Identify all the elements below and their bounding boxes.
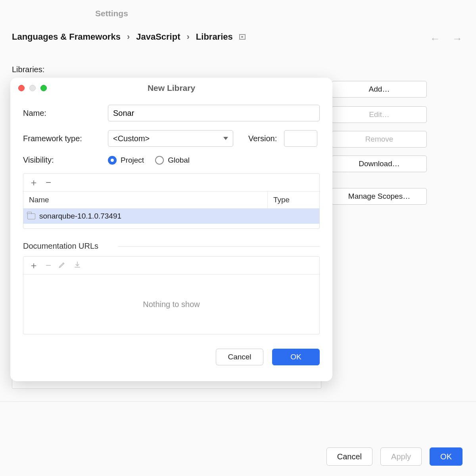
folder-icon bbox=[27, 213, 35, 219]
chevron-down-icon bbox=[223, 137, 228, 140]
name-label: Name: bbox=[23, 109, 101, 118]
column-type-header[interactable]: Type bbox=[268, 192, 319, 208]
settings-cancel-button[interactable]: Cancel bbox=[326, 447, 372, 466]
edit-button[interactable]: Edit… bbox=[332, 106, 427, 123]
forward-arrow-icon[interactable]: → bbox=[452, 33, 463, 45]
documentation-urls-panel: ＋ − Nothing to show bbox=[23, 256, 320, 334]
version-input[interactable] bbox=[284, 130, 317, 147]
table-row[interactable]: sonarqube-10.1.0.73491 bbox=[23, 209, 319, 224]
add-icon[interactable]: ＋ bbox=[29, 178, 38, 187]
visibility-project-radio[interactable]: Project bbox=[108, 156, 144, 165]
framework-type-select[interactable]: <Custom> bbox=[108, 130, 233, 147]
download-button[interactable]: Download… bbox=[332, 155, 427, 172]
framework-type-value: <Custom> bbox=[113, 134, 150, 143]
settings-apply-button[interactable]: Apply bbox=[380, 447, 422, 466]
framework-type-label: Framework type: bbox=[23, 134, 101, 143]
library-items-panel: ＋ − Name Type sonarqube-10.1.0.73491 bbox=[23, 173, 320, 229]
manage-scopes-button[interactable]: Manage Scopes… bbox=[332, 188, 427, 205]
collapse-icon[interactable] bbox=[239, 34, 246, 40]
visibility-label: Visibility: bbox=[23, 155, 101, 165]
remove-button[interactable]: Remove bbox=[332, 131, 427, 148]
chevron-right-icon bbox=[127, 32, 130, 42]
breadcrumb-level-1[interactable]: Languages & Frameworks bbox=[12, 32, 121, 42]
version-label: Version: bbox=[248, 134, 277, 143]
download-icon[interactable] bbox=[73, 261, 81, 270]
add-button[interactable]: Add… bbox=[332, 81, 427, 98]
bottom-bar: Cancel Apply OK bbox=[326, 447, 463, 466]
empty-state-text: Nothing to show bbox=[23, 274, 319, 334]
add-icon[interactable]: ＋ bbox=[29, 261, 38, 270]
settings-title: Settings bbox=[95, 9, 128, 18]
dialog-ok-button[interactable]: OK bbox=[272, 349, 320, 365]
radio-icon bbox=[108, 156, 117, 165]
radio-icon bbox=[155, 156, 164, 165]
name-input[interactable] bbox=[108, 105, 320, 121]
remove-icon[interactable]: − bbox=[46, 261, 51, 270]
settings-ok-button[interactable]: OK bbox=[430, 447, 463, 466]
column-name-header[interactable]: Name bbox=[23, 192, 268, 208]
breadcrumb-level-3[interactable]: Libraries bbox=[196, 32, 233, 42]
libraries-label: Libraries: bbox=[12, 65, 44, 74]
new-library-dialog: New Library Name: Framework type: <Custo… bbox=[10, 78, 332, 381]
visibility-global-label: Global bbox=[168, 156, 190, 165]
chevron-right-icon bbox=[187, 32, 190, 42]
edit-icon[interactable] bbox=[58, 261, 66, 270]
documentation-urls-title: Documentation URLs bbox=[23, 242, 320, 251]
library-item-name: sonarqube-10.1.0.73491 bbox=[39, 212, 121, 221]
visibility-project-label: Project bbox=[121, 156, 144, 165]
divider bbox=[0, 401, 476, 402]
dialog-title: New Library bbox=[10, 83, 332, 93]
breadcrumb: Languages & Frameworks JavaScript Librar… bbox=[12, 32, 432, 42]
breadcrumb-level-2[interactable]: JavaScript bbox=[136, 32, 180, 42]
dialog-cancel-button[interactable]: Cancel bbox=[216, 349, 263, 365]
remove-icon[interactable]: − bbox=[46, 178, 51, 187]
back-arrow-icon[interactable]: ← bbox=[430, 33, 440, 45]
visibility-global-radio[interactable]: Global bbox=[155, 156, 190, 165]
